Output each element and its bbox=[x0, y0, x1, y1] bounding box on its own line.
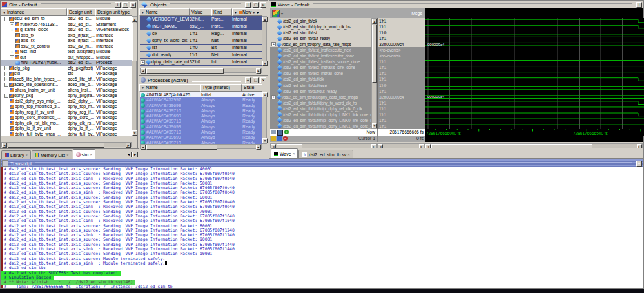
tab-wave[interactable]: Wave× bbox=[271, 148, 298, 158]
cursor-track[interactable] bbox=[425, 136, 643, 142]
object-row[interactable]: rst1'h0BitInternal bbox=[140, 45, 262, 51]
expander-icon[interactable]: + bbox=[10, 55, 14, 59]
transcript-header[interactable]: Transcript + bbox=[1, 159, 643, 167]
tree-row[interactable]: +g_same_clockdsi2_ed_si...VlGenerateBloc… bbox=[1, 27, 132, 33]
tree-row[interactable]: dphy_top_modified_s...dphy_top_m...VlPac… bbox=[1, 104, 132, 110]
sim-vertical-scrollbar[interactable]: ▲ ▼ bbox=[132, 16, 137, 136]
wave-signal-row[interactable]: +/dsi2_ed_sim_tb/dut/dphy_data_rate_mbps bbox=[270, 94, 371, 100]
object-row[interactable]: VERBOSITY_LEVEL32'h0...Para...Internal bbox=[140, 16, 262, 23]
wave-value-row[interactable]: 32'h000009c4 bbox=[378, 41, 425, 47]
scroll-up-button[interactable]: ▲ bbox=[132, 17, 137, 22]
wave-signal-row[interactable]: /dsi2_ed_sim_tb/dut/dut_ready bbox=[270, 88, 371, 94]
edit-cursor-icon[interactable] bbox=[271, 130, 276, 134]
process-row[interactable]: #INITIAL#87(#ublk#25...InitialActive bbox=[140, 92, 262, 97]
scroll-down-button[interactable]: ▼ bbox=[132, 130, 137, 136]
tab-sim[interactable]: sim× bbox=[73, 149, 95, 159]
sim-horizontal-scrollbar[interactable]: ◄ ► bbox=[1, 142, 132, 147]
tree-row[interactable]: +dutdut_wrappe...Module bbox=[1, 55, 132, 61]
tree-row[interactable]: +#ublk#257461138...dsi2_ed_si...Statemen… bbox=[1, 22, 132, 28]
dock-button[interactable]: + bbox=[245, 77, 251, 83]
scroll-left-button[interactable]: ◄ bbox=[2, 143, 7, 148]
wave-signal-row[interactable]: /dsi2_ed_sim_tb/dut/dphy_tx_word_clk_hs bbox=[270, 100, 371, 106]
expander-icon[interactable]: + bbox=[4, 72, 8, 76]
maximize-button[interactable]: □ bbox=[253, 77, 259, 83]
maximize-button[interactable]: □ bbox=[122, 2, 128, 8]
object-row[interactable]: dphy_tx_word_clk_hs1'h1NetInternal bbox=[140, 37, 262, 44]
tree-row[interactable]: axis_txaxis_if(fast_...Interface bbox=[1, 33, 132, 39]
expander-icon[interactable]: + bbox=[10, 22, 14, 26]
monitor-icon[interactable] bbox=[277, 130, 283, 136]
column-design-unit[interactable]: Design unit bbox=[67, 8, 95, 16]
close-button[interactable]: × bbox=[260, 2, 266, 8]
expander-icon[interactable]: + bbox=[4, 83, 8, 87]
column-kind[interactable]: Kind bbox=[211, 8, 232, 16]
scroll-left-button[interactable]: ◄ bbox=[141, 145, 146, 150]
tree-row[interactable]: dsi2_dphy_sys_mipi_...dsi2_dphy_...VlPac… bbox=[1, 99, 132, 105]
tab-close-icon[interactable]: × bbox=[293, 152, 295, 156]
tree-row[interactable]: dphy_reg_if_sv_unitdphy_reg_if...VlPacka… bbox=[1, 110, 132, 116]
wave-value-row[interactable]: 1'h0 bbox=[378, 30, 425, 35]
expand-toolbar-button[interactable]: ► bbox=[256, 9, 259, 15]
processes-horizontal-scrollbar[interactable]: ◄ ► bbox=[140, 144, 262, 149]
tab-close-icon[interactable]: × bbox=[66, 153, 69, 157]
wave-signal-row[interactable]: /dsi2_ed_sim_tb/dut_ready bbox=[270, 35, 371, 41]
tree-row[interactable]: −dsi2_ed_sim_tbdsi2_ed_si...Module bbox=[1, 16, 132, 22]
wave-value-row[interactable]: 1'h1 bbox=[378, 65, 425, 70]
tree-row[interactable]: dphy_clk_rst_blk_mo...dphy_clk_rs...VlPa… bbox=[1, 121, 132, 126]
wave-signal-row[interactable]: /dsi2_ed_sim_tb/dut/mipi_dphy_ref_clk_0_… bbox=[270, 106, 371, 112]
objects-vertical-scrollbar[interactable]: ▲ ▼ bbox=[262, 16, 267, 66]
tree-row[interactable]: #INITIAL#87(#ublk...dsi2_ed_si...Process bbox=[1, 60, 132, 66]
object-row[interactable]: +dphy_data_rate_mbp...32'h0...IntInterna… bbox=[140, 59, 262, 65]
wave-value-row[interactable]: 1'h1 bbox=[378, 112, 425, 117]
scroll-thumb[interactable] bbox=[372, 25, 377, 83]
panel-drag-handle[interactable] bbox=[35, 162, 632, 165]
dock-button[interactable]: + bbox=[636, 161, 642, 167]
tree-row[interactable]: +stdstdVlPackage bbox=[1, 71, 132, 77]
wave-value-row[interactable]: 1'h1 bbox=[378, 100, 425, 106]
close-button[interactable]: × bbox=[130, 2, 136, 8]
tree-row[interactable]: +test_insttest_axis(fast)Module bbox=[1, 49, 132, 55]
wave-value-row[interactable]: 32'h000009c4 bbox=[378, 94, 425, 100]
panel-drag-handle[interactable] bbox=[313, 3, 632, 6]
transcript-log[interactable]: # dsi2_ed_sim_tb.test_inst.axis_source: … bbox=[1, 167, 643, 288]
filter-icon[interactable]: ▼ bbox=[141, 86, 144, 90]
timeline-axis[interactable]: 7286176666000 fs7286176666500 fs bbox=[425, 129, 644, 136]
expander-icon[interactable]: − bbox=[4, 17, 8, 21]
scroll-down-button[interactable]: ▼ bbox=[262, 138, 268, 143]
wave-value-row[interactable]: 1'h1 bbox=[378, 123, 425, 129]
tree-row[interactable]: +dphy_pkgdphy_pkg(fa...VlPackage bbox=[1, 93, 132, 99]
dock-button[interactable]: + bbox=[115, 2, 121, 8]
scroll-right-button[interactable]: ► bbox=[126, 143, 131, 148]
objects-horizontal-scrollbar[interactable]: ◄ ► bbox=[140, 68, 262, 73]
wave-value-row[interactable]: 1'h1 bbox=[378, 88, 425, 94]
expander-icon[interactable]: + bbox=[10, 50, 14, 54]
object-row[interactable]: dut_ready1'h1NetInternal bbox=[140, 52, 262, 58]
tab-close-icon[interactable]: × bbox=[347, 152, 350, 156]
wave-signal-row[interactable]: /dsi2_ed_sim_tb/test_inst/executor_done bbox=[270, 53, 371, 59]
tree-row[interactable]: dphy_core_modified_...dphy_core_...VlPac… bbox=[1, 115, 132, 121]
wave-value-row[interactable]: <no-events> bbox=[378, 47, 425, 53]
wave-value-row[interactable]: 1'h1 bbox=[378, 70, 425, 76]
add-cursor-icon[interactable]: + bbox=[284, 130, 289, 134]
panel-drag-handle[interactable] bbox=[41, 3, 111, 6]
now-button[interactable]: Now bbox=[239, 9, 251, 15]
process-row[interactable]: #ALWAYS#39699AlwaysReady bbox=[140, 114, 262, 119]
column-name[interactable]: ▼Name bbox=[139, 84, 200, 92]
tree-row[interactable]: +cfg_pkgcfg_pkg(fast)VlPackage bbox=[1, 66, 132, 72]
wave-signal-row[interactable]: /dsi2_ed_sim_tb/dut/mipi_dphy_LINK1_link… bbox=[270, 112, 371, 117]
process-row[interactable]: #ALWAYS#39699AlwaysReady bbox=[140, 125, 262, 130]
tree-row[interactable]: +ace5_lite_operations...ace5_lite_o...Vl… bbox=[1, 82, 132, 88]
tab-scroll-left-button[interactable]: ◄ bbox=[126, 152, 132, 157]
panel-drag-handle[interactable] bbox=[170, 3, 241, 6]
scroll-thumb[interactable] bbox=[146, 68, 224, 74]
expander-icon[interactable]: + bbox=[10, 28, 14, 32]
column-name[interactable]: ▼Name bbox=[139, 8, 190, 16]
wave-signal-row[interactable]: /dsi2_ed_sim_tb/dut/reset bbox=[270, 83, 371, 88]
wave-value-row[interactable]: 1'h1 bbox=[378, 76, 425, 82]
values-column-header[interactable]: Msgs bbox=[411, 11, 422, 15]
scroll-left-button[interactable]: ◄ bbox=[141, 68, 146, 74]
scroll-down-button[interactable]: ▼ bbox=[372, 123, 377, 128]
object-row[interactable]: clk1'h1Regi...Internal bbox=[140, 30, 262, 37]
process-row[interactable]: #ALWAYS#39710AlwaysReady bbox=[140, 108, 262, 114]
tab-close-icon[interactable]: × bbox=[90, 152, 92, 156]
